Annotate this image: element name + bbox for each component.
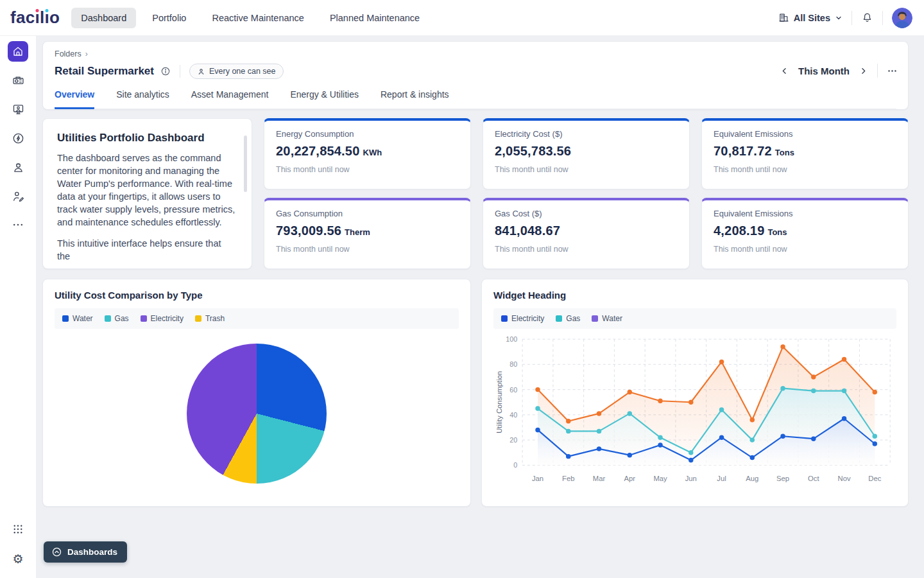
user-avatar[interactable] bbox=[892, 8, 912, 28]
legend-chip bbox=[592, 315, 598, 322]
svg-text:May: May bbox=[653, 475, 667, 482]
description-paragraph: This intuitive interface helps ensure th… bbox=[57, 237, 236, 263]
main-content: Folders › Retail Supermarket Every one c… bbox=[36, 36, 924, 520]
scrollbar-thumb[interactable] bbox=[244, 136, 247, 192]
site-selector-label: All Sites bbox=[794, 13, 830, 23]
period-label: This Month bbox=[798, 66, 850, 76]
kpi-caption: This month until now bbox=[276, 245, 459, 254]
header-more-options-button[interactable] bbox=[887, 66, 898, 76]
legend-item-electricity[interactable]: Electricity bbox=[501, 314, 544, 323]
legend-item-trash[interactable]: Trash bbox=[195, 314, 225, 323]
svg-text:Aug: Aug bbox=[746, 475, 758, 482]
breadcrumb-folders-link[interactable]: Folders bbox=[55, 49, 81, 58]
legend-item-water[interactable]: Water bbox=[592, 314, 622, 323]
dashboard-header-panel: Folders › Retail Supermarket Every one c… bbox=[42, 41, 909, 110]
kpi-card-equivalent-emissions-gas: Equivalent Emissions 4,208.19Tons This m… bbox=[701, 198, 909, 269]
ellipsis-icon bbox=[887, 66, 898, 76]
legend-chip bbox=[501, 315, 508, 322]
sidebar-item-more[interactable] bbox=[8, 215, 28, 235]
notifications-button[interactable] bbox=[861, 12, 873, 24]
sidebar-item-vendor[interactable] bbox=[8, 186, 28, 206]
svg-text:0: 0 bbox=[513, 461, 517, 469]
sidebar-item-energy[interactable] bbox=[8, 128, 28, 148]
person-icon bbox=[197, 67, 205, 76]
svg-text:Nov: Nov bbox=[838, 475, 851, 482]
line-chart-title: Widget Heading bbox=[493, 290, 896, 301]
svg-text:Sep: Sep bbox=[776, 475, 789, 482]
legend-item-electricity[interactable]: Electricity bbox=[141, 314, 184, 323]
tab-report-insights[interactable]: Report & insights bbox=[381, 89, 449, 109]
legend-item-gas[interactable]: Gas bbox=[556, 314, 580, 323]
utility-pie-chart[interactable] bbox=[187, 344, 327, 484]
brand-logo[interactable]: facılıo bbox=[10, 8, 60, 28]
tab-overview[interactable]: Overview bbox=[55, 89, 94, 109]
kpi-label: Equivalent Emissions bbox=[714, 209, 896, 218]
sidebar-item-assets[interactable] bbox=[8, 70, 28, 91]
kpi-caption: This month until now bbox=[495, 245, 678, 254]
kpi-value: 20,227,854.50 bbox=[276, 144, 360, 159]
kpi-label: Energy Consumption bbox=[276, 129, 459, 139]
utility-line-chart[interactable]: 020406080100JanFebMarAprMayJunJulAugSepO… bbox=[493, 333, 896, 488]
bell-icon bbox=[861, 12, 873, 24]
svg-text:Oct: Oct bbox=[808, 475, 819, 482]
legend-label: Gas bbox=[566, 314, 580, 323]
svg-text:Utility Consumption: Utility Consumption bbox=[495, 371, 503, 434]
nav-item-portfolio[interactable]: Portfolio bbox=[142, 8, 196, 28]
sidebar: ⚙ bbox=[0, 36, 36, 578]
more-ellipsis-icon bbox=[12, 218, 24, 231]
kiosk-display-icon bbox=[12, 103, 25, 116]
nav-item-planned-maintenance[interactable]: Planned Maintenance bbox=[320, 8, 429, 28]
app-launcher-button[interactable] bbox=[8, 519, 28, 539]
settings-button[interactable]: ⚙ bbox=[8, 548, 28, 569]
sidebar-item-people[interactable] bbox=[8, 157, 28, 177]
home-icon bbox=[12, 46, 24, 57]
people-icon bbox=[12, 161, 25, 174]
kpi-value: 2,055,783.56 bbox=[495, 144, 571, 159]
kpi-caption: This month until now bbox=[495, 165, 678, 174]
kpi-unit: Therm bbox=[345, 227, 370, 237]
kpi-label: Gas Consumption bbox=[276, 209, 459, 218]
visibility-badge-label: Every one can see bbox=[209, 67, 276, 76]
legend-item-gas[interactable]: Gas bbox=[105, 314, 129, 323]
dashboards-button[interactable]: Dashboards bbox=[44, 541, 127, 563]
nav-item-reactive-maintenance[interactable]: Reactive Maintenance bbox=[202, 8, 313, 28]
svg-text:20: 20 bbox=[509, 436, 517, 444]
tab-site-analytics[interactable]: Site analytics bbox=[116, 89, 169, 109]
utility-cost-comparison-widget: Utility Cost Comparison by Type Water Ga… bbox=[42, 279, 471, 507]
utility-consumption-widget: Widget Heading Electricity Gas Water 020… bbox=[481, 279, 909, 507]
legend-label: Water bbox=[602, 314, 622, 323]
page-title: Retail Supermarket bbox=[55, 65, 154, 78]
tab-energy-utilities[interactable]: Energy & Utilities bbox=[290, 89, 359, 109]
kpi-unit: Tons bbox=[767, 227, 787, 237]
legend-label: Electricity bbox=[511, 314, 544, 323]
legend-item-water[interactable]: Water bbox=[62, 314, 93, 323]
legend-label: Trash bbox=[205, 314, 225, 323]
kpi-value: 70,817.72 bbox=[714, 144, 772, 159]
kpi-grid: Energy Consumption 20,227,854.50KWh This… bbox=[264, 118, 909, 269]
next-period-button[interactable] bbox=[859, 66, 868, 76]
site-selector-dropdown[interactable]: All Sites bbox=[778, 12, 843, 23]
sidebar-item-home[interactable] bbox=[8, 41, 28, 62]
legend-chip bbox=[105, 315, 111, 322]
svg-text:Jan: Jan bbox=[532, 475, 543, 482]
sidebar-item-kiosk[interactable] bbox=[8, 99, 28, 119]
description-title: Utilities Portfolio Dashboard bbox=[57, 132, 236, 144]
nav-item-dashboard[interactable]: Dashboard bbox=[71, 8, 136, 28]
circle-chevron-up-icon bbox=[51, 547, 62, 557]
tab-asset-management[interactable]: Asset Management bbox=[191, 89, 269, 109]
kpi-value: 4,208.19 bbox=[714, 223, 764, 238]
kpi-caption: This month until now bbox=[714, 245, 896, 254]
svg-text:Jul: Jul bbox=[717, 475, 726, 482]
visibility-badge[interactable]: Every one can see bbox=[189, 64, 284, 79]
avatar-illustration bbox=[892, 8, 912, 28]
legend-chip bbox=[62, 315, 69, 322]
vendor-icon bbox=[12, 189, 25, 203]
description-widget: Utilities Portfolio Dashboard The dashbo… bbox=[42, 118, 252, 269]
info-icon[interactable] bbox=[160, 66, 171, 76]
legend-label: Water bbox=[73, 314, 93, 323]
legend-chip bbox=[556, 315, 562, 322]
divider bbox=[851, 11, 852, 25]
previous-period-button[interactable] bbox=[780, 66, 789, 76]
kpi-card-electricity-cost: Electricity Cost ($) 2,055,783.56 This m… bbox=[483, 118, 690, 189]
kpi-caption: This month until now bbox=[714, 165, 896, 174]
